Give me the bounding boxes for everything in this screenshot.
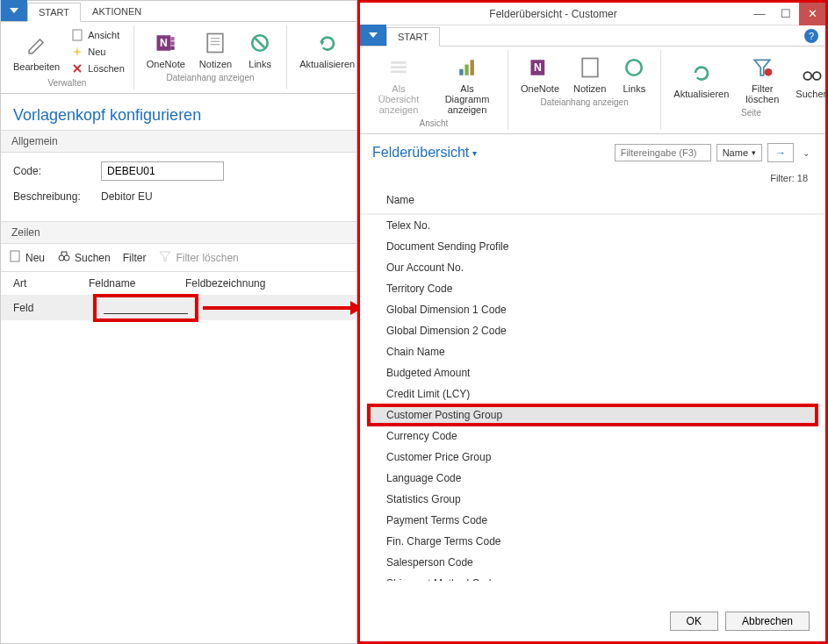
col-art[interactable]: Art [13,277,89,290]
svg-point-15 [64,255,69,261]
grid-row[interactable]: Feld [1,296,356,320]
svg-marker-16 [369,32,378,38]
view-button[interactable]: Ansicht [68,27,121,43]
links-button[interactable]: Links [241,27,279,71]
list-column-name[interactable]: Name [360,187,825,214]
lines-filter-button[interactable]: Filter [123,252,147,264]
list-item[interactable]: Language Code [360,468,825,489]
list-item[interactable]: Global Dimension 2 Code [360,320,825,341]
refresh-button[interactable]: Aktualisieren [294,27,360,71]
grid-header: Art Feldname Feldbezeichnung [1,272,356,296]
svg-point-14 [59,255,64,261]
list-item[interactable]: Currency Code [360,426,825,447]
list-item[interactable]: Fin. Charge Terms Code [360,531,825,552]
tab-start[interactable]: START [27,3,81,22]
list-item[interactable]: Telex No. [360,215,825,236]
dialog-group-view: Ansicht [420,118,449,128]
svg-point-27 [765,68,773,76]
dialog-group-attach: Dateianhang anzeigen [541,97,629,107]
list-item[interactable]: Credit Limit (LCY) [360,383,825,404]
chevron-down-icon[interactable]: ▾ [472,148,477,158]
lines-toolbar: Neu Suchen Filter Filter löschen [1,244,356,272]
expand-chevron[interactable]: ⌄ [799,146,813,161]
minimize-button[interactable]: — [746,3,773,25]
svg-rect-18 [391,66,407,68]
list-item[interactable]: Customer Price Group [360,447,825,468]
dialog-title: Felderübersicht - Customer [360,8,746,20]
delete-x-icon [70,61,84,75]
help-icon[interactable]: ? [804,29,818,43]
lines-search-button[interactable]: Suchen [57,249,111,266]
svg-rect-5 [170,41,174,45]
lines-clear-filter-button[interactable]: Filter löschen [158,249,238,266]
links-icon [246,29,274,57]
dialog-links-button[interactable]: Links [615,52,653,96]
dialog-clear-filter-button[interactable]: Filter löschen [738,52,787,106]
field-list[interactable]: Telex No.Document Sending ProfileOur Acc… [360,214,825,581]
svg-rect-6 [170,47,174,50]
filter-field-dropdown[interactable]: Name ▾ [716,144,762,161]
list-item-highlighted[interactable]: Customer Posting Group [367,404,818,426]
svg-rect-25 [582,59,598,77]
svg-point-28 [803,72,811,80]
new-button[interactable]: Neu [68,44,107,60]
show-as-chart-button[interactable]: Als Diagramm anzeigen [434,52,500,117]
ribbon-group-manage: Verwalten [47,78,86,88]
edit-button[interactable]: Bearbeiten [8,27,65,76]
list-item[interactable]: Statistics Group [360,489,825,510]
list-item[interactable]: Chain Name [360,341,825,362]
funnel-x-icon [158,249,172,266]
filter-input[interactable] [615,144,711,161]
section-general[interactable]: Allgemein [1,130,356,153]
col-feldbezeichnung[interactable]: Feldbezeichnung [185,277,291,290]
list-item[interactable]: Global Dimension 1 Code [360,299,825,320]
chart-icon [453,54,481,82]
onenote-button[interactable]: N OneNote [141,27,191,71]
dialog-titlebar: Felderübersicht - Customer — ☐ ✕ [360,3,825,25]
delete-button[interactable]: Löschen [68,61,126,76]
list-title[interactable]: Felderübersicht [372,145,469,161]
close-button[interactable]: ✕ [799,3,825,25]
filter-count: Filter: 18 [360,171,825,187]
svg-rect-1 [73,30,82,40]
tab-bar: START AKTIONEN [1,1,356,22]
list-item[interactable]: Document Sending Profile [360,236,825,257]
onenote-icon: N [152,29,180,57]
cell-art[interactable]: Feld [13,302,89,314]
description-value[interactable]: Debitor EU [101,188,153,205]
svg-rect-19 [391,71,407,74]
notes-button[interactable]: Notizen [194,27,237,71]
highlight-feldname-cell [93,294,198,322]
dialog-search-button[interactable]: Suchen [790,52,828,106]
pencil-icon [23,32,51,60]
dialog-tab-start[interactable]: START [386,27,440,47]
refresh-icon [688,59,716,87]
new-doc-icon [8,249,22,266]
cancel-button[interactable]: Abbrechen [725,612,810,631]
dialog-refresh-button[interactable]: Aktualisieren [668,52,734,106]
file-menu-trigger[interactable] [1,0,27,21]
field-overview-dialog: Felderübersicht - Customer — ☐ ✕ START ?… [357,0,828,644]
maximize-button[interactable]: ☐ [773,3,799,25]
ok-button[interactable]: OK [670,612,718,631]
list-item[interactable]: Our Account No. [360,257,825,278]
list-item[interactable]: Shipment Method Code [360,573,825,581]
onenote-icon: N [526,54,554,82]
lines-new-button[interactable]: Neu [8,249,45,266]
notes-icon [201,29,229,57]
list-item[interactable]: Salesperson Code [360,552,825,573]
dialog-onenote-button[interactable]: N OneNote [515,52,565,96]
filter-go-button[interactable]: → [767,143,794,162]
svg-rect-17 [391,61,407,64]
section-lines[interactable]: Zeilen [1,221,356,244]
dialog-file-menu-trigger[interactable] [360,25,386,46]
funnel-x-icon [748,54,776,82]
code-input[interactable] [101,161,224,181]
list-item[interactable]: Territory Code [360,278,825,299]
tab-actions[interactable]: AKTIONEN [81,2,153,21]
list-item[interactable]: Payment Terms Code [360,510,825,531]
list-item[interactable]: Budgeted Amount [360,362,825,383]
show-as-overview-button[interactable]: Als Übersicht anzeigen [367,52,430,117]
col-feldname[interactable]: Feldname [89,277,185,290]
dialog-notes-button[interactable]: Notizen [568,52,611,96]
